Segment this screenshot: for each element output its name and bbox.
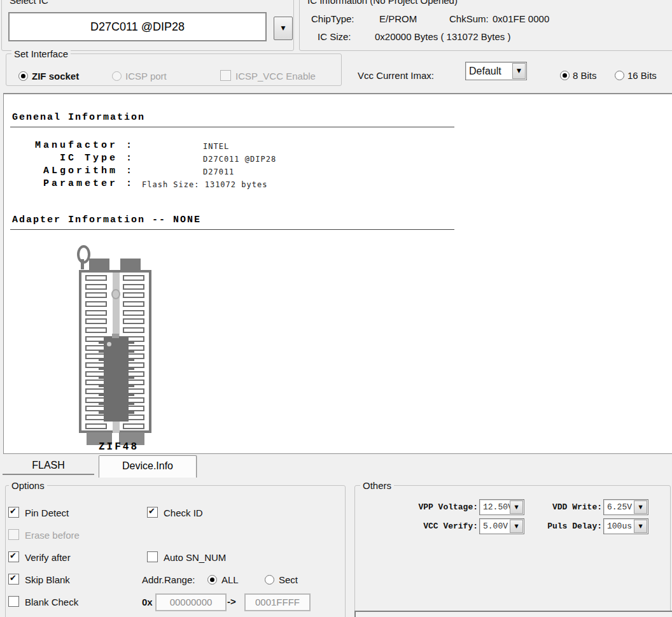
16-bits-radio-label: 16 Bits: [627, 70, 657, 81]
vcc-current-imax-value: Default: [469, 62, 512, 80]
chip-pins-right: [129, 341, 134, 420]
ic-information-group: IC Information (No Project Opened) ChipT…: [299, 0, 672, 51]
chevron-down-icon: ▼: [281, 25, 286, 31]
chip-type-value: E/PROM: [379, 13, 417, 24]
select-ic-group: Select IC D27C011 @DIP28 ▼: [1, 0, 294, 51]
chksum-value: 0x01FE 0000: [493, 13, 549, 24]
set-interface-group: Set Interface ZIF socket ICSP port ICSP_…: [6, 53, 342, 86]
icsp-port-radio-label: ICSP port: [125, 71, 167, 82]
addr-to-input: 0001FFFF: [244, 593, 311, 611]
vcc-current-imax-label: Vcc Current Imax:: [358, 70, 434, 81]
programmer-window: Select IC D27C011 @DIP28 ▼ IC Informatio…: [0, 0, 672, 617]
chevron-down-icon: ▼: [638, 505, 642, 510]
vpp-voltage-label: VPP Voltage:: [377, 502, 478, 512]
ic-type-label: IC Type :: [12, 153, 134, 164]
skip-blank-checkbox[interactable]: ✔: [8, 574, 19, 585]
parameter-value: Flash Size: 131072 bytes: [142, 180, 267, 189]
ic-size-label: IC Size:: [318, 31, 351, 42]
check-icon: ✔: [10, 573, 17, 583]
select-ic-combobox[interactable]: D27C011 @DIP28: [8, 12, 267, 41]
icsp-vcc-checkbox: [220, 70, 231, 81]
set-interface-group-label: Set Interface: [11, 48, 71, 59]
zif-channel-bottom: [113, 422, 120, 433]
chip-type-label: ChipType:: [311, 13, 354, 24]
options-group: Options ✔ Pin Detect ✔ Check ID Erase be…: [5, 485, 346, 617]
vcc-verify-label: VCC Verify:: [377, 521, 478, 531]
vcc-current-imax-combobox[interactable]: Default ▼: [465, 62, 527, 80]
blank-check-checkbox[interactable]: [8, 596, 19, 607]
pin-detect-label: Pin Detect: [25, 507, 69, 518]
ic-size-value: 0x20000 Bytes ( 131072 Bytes ): [375, 31, 510, 42]
parameter-label: Parameter :: [12, 178, 134, 189]
zif-socket-graphic: ZIF48: [76, 245, 162, 455]
8-bits-radio-label: 8 Bits: [573, 70, 597, 81]
vdd-write-combobox[interactable]: 6.25V ▼: [603, 499, 648, 515]
manufactor-value: INTEL: [203, 142, 229, 151]
algorithm-label: ALgorithm :: [12, 166, 134, 176]
zif-channel-hole: [111, 289, 120, 299]
general-information-divider: [10, 127, 454, 127]
dip28-chip: [104, 336, 129, 422]
auto-sn-num-checkbox[interactable]: [147, 551, 158, 562]
skip-blank-label: Skip Blank: [25, 574, 70, 585]
zif-top-tab-left: [89, 259, 109, 271]
check-icon: ✔: [10, 506, 17, 516]
adapter-information-divider: [10, 229, 454, 230]
chksum-label: ChkSum:: [449, 13, 489, 24]
select-ic-dropdown-button[interactable]: ▼: [274, 17, 293, 40]
puls-delay-label: Puls Delay:: [503, 521, 602, 531]
hex-prefix-label: 0x: [142, 597, 153, 607]
erase-before-label: Erase before: [25, 530, 80, 541]
chevron-down-icon: ▼: [638, 524, 642, 529]
tab-device-info[interactable]: Device.Info: [99, 455, 197, 478]
others-info-panel: [354, 611, 672, 617]
addr-range-sect-label: Sect: [279, 574, 298, 585]
vdd-dropdown-button[interactable]: ▼: [634, 500, 647, 514]
erase-before-checkbox: [8, 529, 19, 540]
ic-type-value: D27C011 @DIP28: [203, 155, 276, 164]
ic-information-group-label: IC Information (No Project Opened): [305, 0, 460, 6]
zif-socket-radio[interactable]: [18, 71, 28, 81]
blank-check-label: Blank Check: [25, 597, 78, 607]
zif-top-tab-right: [120, 259, 141, 271]
icsp-vcc-checkbox-label: ICSP_VCC Enable: [235, 71, 316, 82]
addr-range-label: Addr.Range:: [142, 574, 195, 585]
range-arrow-label: ->: [227, 596, 236, 607]
zif-socket-radio-label: ZIF socket: [32, 71, 79, 82]
pin-detect-checkbox[interactable]: ✔: [8, 507, 19, 518]
verify-after-label: Verify after: [25, 552, 71, 563]
options-group-label: Options: [9, 480, 47, 491]
addr-range-all-label: ALL: [221, 574, 239, 585]
zif-lever-stem: [81, 259, 84, 269]
addr-range-sect-radio[interactable]: [265, 575, 274, 585]
chip-notch: [112, 334, 119, 338]
tab-flash[interactable]: FLASH: [3, 457, 94, 475]
16-bits-radio[interactable]: [615, 71, 624, 80]
zif-socket-caption: ZIF48: [76, 441, 162, 453]
addr-range-all-radio[interactable]: [207, 575, 217, 585]
chevron-down-icon: ▼: [517, 68, 521, 74]
general-information-heading: Genenal Information: [12, 112, 145, 123]
vdd-write-label: VDD Write:: [503, 502, 602, 512]
check-icon: ✔: [148, 506, 155, 516]
chip-pin1-dot: [107, 342, 111, 346]
check-icon: ✔: [10, 551, 17, 560]
others-group-label: Others: [360, 480, 394, 491]
vcc-imax-dropdown-button[interactable]: ▼: [512, 63, 526, 79]
check-id-checkbox[interactable]: ✔: [147, 507, 158, 518]
puls-dropdown-button[interactable]: ▼: [634, 520, 647, 533]
addr-from-input: 00000000: [155, 593, 227, 611]
vdd-write-value: 6.25V: [607, 500, 634, 514]
device-info-panel: Genenal Information Manufactor : INTEL I…: [3, 93, 672, 454]
select-ic-value: D27C011 @DIP28: [90, 20, 185, 33]
check-id-label: Check ID: [164, 507, 203, 518]
algorithm-value: D27011: [203, 167, 234, 176]
8-bits-radio[interactable]: [560, 71, 570, 80]
puls-delay-combobox[interactable]: 100us ▼: [603, 518, 648, 534]
verify-after-checkbox[interactable]: ✔: [8, 551, 19, 562]
others-group: Others VPP Voltage: 12.50V ▼ VDD Write: …: [354, 485, 671, 617]
select-ic-group-label: Select IC: [7, 0, 51, 6]
icsp-port-radio: [112, 71, 122, 81]
adapter-information-heading: Adapter Information -- NONE: [12, 215, 201, 225]
manufactor-label: Manufactor :: [12, 140, 134, 151]
